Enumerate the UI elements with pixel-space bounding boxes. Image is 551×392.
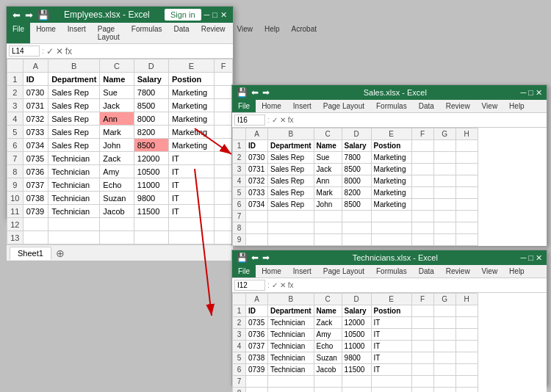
main-cell-ref[interactable] xyxy=(9,46,40,57)
tech-d5[interactable]: 9800 xyxy=(342,352,371,364)
tech-d6[interactable]: 11500 xyxy=(342,364,371,376)
sales-close-icon[interactable]: ✕ xyxy=(536,88,542,98)
sales-d1[interactable]: Salary xyxy=(342,140,371,152)
sales-undo-icon[interactable]: ⬅ xyxy=(251,87,259,98)
tech-tab-review[interactable]: Review xyxy=(440,265,476,277)
sales-tab-insert[interactable]: Insert xyxy=(287,100,317,112)
cell-c7[interactable]: Zack xyxy=(100,152,134,165)
tech-col-B[interactable]: B xyxy=(268,294,314,305)
col-B-header[interactable]: B xyxy=(48,59,100,73)
tech-undo-icon[interactable]: ⬅ xyxy=(251,253,259,263)
sign-in-button[interactable]: Sign in xyxy=(165,9,201,21)
cell-c4[interactable]: Ann xyxy=(100,112,134,126)
maximize-icon[interactable]: □ xyxy=(212,10,217,19)
close-icon[interactable]: ✕ xyxy=(220,10,227,20)
cell-c9[interactable]: Echo xyxy=(100,178,134,192)
cell-b10[interactable]: Technician xyxy=(48,192,100,205)
cell-d7[interactable]: 12000 xyxy=(134,152,168,165)
tech-tab-insert[interactable]: Insert xyxy=(287,265,317,277)
cell-e9[interactable]: IT xyxy=(168,178,214,192)
sales-c2[interactable]: Sue xyxy=(314,152,342,164)
sales-d3[interactable]: 8500 xyxy=(342,164,371,175)
cell-d6[interactable]: 8500 xyxy=(134,139,168,152)
cell-a3[interactable]: 0731 xyxy=(23,99,48,112)
tech-c5[interactable]: Suzan xyxy=(314,352,342,364)
cell-e2[interactable]: Marketing xyxy=(168,86,214,99)
cell-b3[interactable]: Sales Rep xyxy=(48,99,100,112)
col-E-header[interactable]: E xyxy=(168,59,214,73)
sales-fx-icon[interactable]: fx xyxy=(288,116,294,124)
cell-a11[interactable]: 0739 xyxy=(23,205,48,218)
tech-tab-file[interactable]: File xyxy=(232,265,256,277)
sales-tab-home[interactable]: Home xyxy=(256,100,287,112)
cell-c1[interactable]: Name xyxy=(100,73,134,86)
tech-c4[interactable]: Echo xyxy=(314,341,342,352)
sheet1-tab[interactable]: Sheet1 xyxy=(10,247,51,260)
cell-b11[interactable]: Technician xyxy=(48,205,100,218)
sales-e5[interactable]: Marketing xyxy=(371,187,411,199)
col-D-header[interactable]: D xyxy=(134,59,168,73)
main-tab-help[interactable]: Help xyxy=(259,23,286,43)
tech-a5[interactable]: 0738 xyxy=(246,352,268,364)
tech-e4[interactable]: IT xyxy=(371,341,411,352)
cell-e8[interactable]: IT xyxy=(168,165,214,178)
fx-icon[interactable]: fx xyxy=(65,46,72,57)
tech-d2[interactable]: 12000 xyxy=(342,317,371,329)
main-tab-data[interactable]: Data xyxy=(168,23,195,43)
cell-e11[interactable]: IT xyxy=(168,205,214,218)
sales-a5[interactable]: 0733 xyxy=(246,187,268,199)
cell-a8[interactable]: 0736 xyxy=(23,165,48,178)
cell-e6[interactable]: Marketing xyxy=(168,139,214,152)
sales-tab-file[interactable]: File xyxy=(232,100,256,112)
tech-e3[interactable]: IT xyxy=(371,329,411,341)
cell-a4[interactable]: 0732 xyxy=(23,112,48,126)
checkmark-icon[interactable]: ✓ xyxy=(46,46,54,57)
sales-cell-ref[interactable] xyxy=(234,115,265,126)
sales-col-E[interactable]: E xyxy=(371,128,411,140)
cell-a2[interactable]: 0730 xyxy=(23,86,48,99)
tech-tab-help[interactable]: Help xyxy=(503,265,530,277)
main-redo-icon[interactable]: ➡ xyxy=(25,10,33,21)
sales-tab-view[interactable]: View xyxy=(476,100,504,112)
tech-a3[interactable]: 0736 xyxy=(246,329,268,341)
col-C-header[interactable]: C xyxy=(100,59,134,73)
cell-e1[interactable]: Postion xyxy=(168,73,214,86)
tech-tab-home[interactable]: Home xyxy=(256,265,287,277)
sales-tab-review[interactable]: Review xyxy=(440,100,476,112)
add-sheet-icon[interactable]: ⊕ xyxy=(53,247,68,259)
cell-d1[interactable]: Salary xyxy=(134,73,168,86)
sales-d4[interactable]: 8000 xyxy=(342,175,371,187)
tech-b1[interactable]: Department xyxy=(268,305,314,317)
tech-tab-pagelayout[interactable]: Page Layout xyxy=(317,265,370,277)
sales-b4[interactable]: Sales Rep xyxy=(268,175,314,187)
sales-minimize-icon[interactable]: ─ xyxy=(521,88,527,98)
main-tab-pagelayout[interactable]: Page Layout xyxy=(92,23,126,43)
tech-fx-icon[interactable]: fx xyxy=(288,281,294,289)
sales-col-B[interactable]: B xyxy=(268,128,314,140)
tech-b4[interactable]: Technician xyxy=(268,341,314,352)
tech-tab-data[interactable]: Data xyxy=(413,265,440,277)
tech-d3[interactable]: 10500 xyxy=(342,329,371,341)
cell-c5[interactable]: Mark xyxy=(100,126,134,139)
sales-e2[interactable]: Marketing xyxy=(371,152,411,164)
tech-checkmark-icon[interactable]: ✓ xyxy=(272,281,278,289)
sales-col-A[interactable]: A xyxy=(246,128,268,140)
sales-tab-pagelayout[interactable]: Page Layout xyxy=(317,100,370,112)
sales-b6[interactable]: Sales Rep xyxy=(268,199,314,211)
main-save-icon[interactable]: 💾 xyxy=(37,10,49,21)
tech-e1[interactable]: Postion xyxy=(371,305,411,317)
cell-b7[interactable]: Technician xyxy=(48,152,100,165)
sales-col-G[interactable]: G xyxy=(433,128,455,140)
sales-d2[interactable]: 7800 xyxy=(342,152,371,164)
sales-a4[interactable]: 0732 xyxy=(246,175,268,187)
sales-cross-icon[interactable]: ✕ xyxy=(280,116,286,124)
sales-col-H[interactable]: H xyxy=(455,128,478,140)
tech-b2[interactable]: Technician xyxy=(268,317,314,329)
sales-c3[interactable]: Jack xyxy=(314,164,342,175)
cell-e10[interactable]: IT xyxy=(168,192,214,205)
cell-b2[interactable]: Sales Rep xyxy=(48,86,100,99)
cell-d9[interactable]: 11000 xyxy=(134,178,168,192)
sales-b5[interactable]: Sales Rep xyxy=(268,187,314,199)
sales-b2[interactable]: Sales Rep xyxy=(268,152,314,164)
cell-c2[interactable]: Sue xyxy=(100,86,134,99)
